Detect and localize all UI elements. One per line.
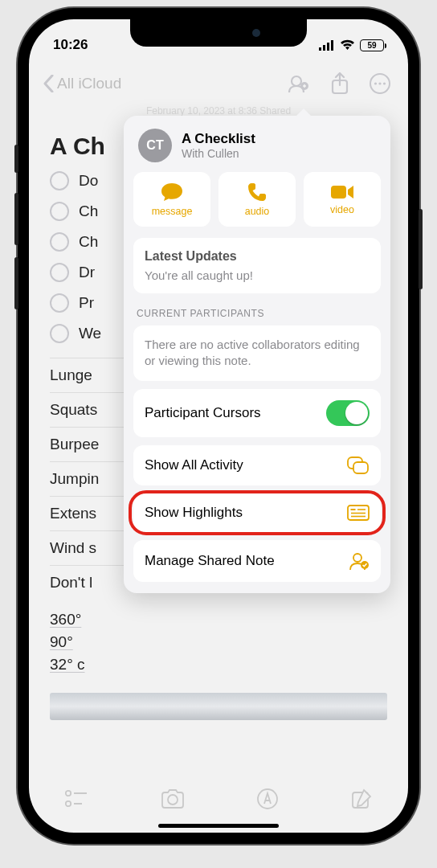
checklist-tool-icon[interactable] [64, 789, 88, 809]
svg-rect-19 [331, 186, 346, 199]
manage-icon [349, 551, 370, 571]
svg-rect-0 [319, 47, 321, 51]
show-highlights-row[interactable]: Show Highlights [133, 493, 381, 532]
participants-label: CURRENT PARTICIPANTS [137, 308, 378, 319]
checkbox-icon[interactable] [50, 324, 69, 343]
svg-point-11 [66, 791, 71, 796]
attachment-thumbnail[interactable] [50, 693, 387, 720]
participant-cursors-row[interactable]: Participant Cursors [133, 389, 381, 437]
svg-point-15 [168, 795, 178, 805]
svg-point-27 [353, 554, 361, 562]
popover-title: A Checklist [182, 131, 255, 147]
checkbox-icon[interactable] [50, 293, 69, 313]
activity-icon [347, 457, 370, 474]
svg-rect-1 [323, 45, 325, 51]
svg-point-8 [374, 82, 377, 84]
highlights-icon [347, 505, 370, 521]
checkbox-icon[interactable] [50, 171, 69, 190]
show-activity-row[interactable]: Show All Activity [133, 445, 381, 485]
svg-rect-21 [353, 462, 368, 473]
home-indicator[interactable] [158, 824, 279, 828]
latest-updates-card[interactable]: Latest Updates You're all caught up! [133, 238, 381, 293]
notch [130, 19, 307, 47]
camera-tool-icon[interactable] [160, 788, 186, 809]
nav-bar: All iCloud [29, 63, 408, 104]
manage-shared-note-row[interactable]: Manage Shared Note [133, 540, 381, 582]
screen: 10:26 59 All iCloud February 10, 2023 at… [29, 19, 408, 833]
svg-point-13 [66, 801, 71, 806]
popover-subtitle: With Cullen [182, 147, 255, 160]
back-label: All iCloud [57, 75, 121, 92]
cellular-icon [319, 40, 335, 51]
video-icon [330, 184, 354, 200]
note-text[interactable]: 32° c [50, 656, 85, 674]
phone-frame: 10:26 59 All iCloud February 10, 2023 at… [18, 8, 419, 844]
checkbox-icon[interactable] [50, 202, 69, 221]
more-icon[interactable] [370, 73, 390, 94]
checkbox-icon[interactable] [50, 232, 69, 252]
wifi-icon [340, 39, 355, 51]
participants-card: There are no active collaborators editin… [133, 326, 381, 381]
message-button[interactable]: message [133, 172, 210, 227]
svg-point-9 [378, 82, 381, 84]
svg-rect-23 [351, 509, 356, 510]
avatar: CT [138, 129, 172, 162]
checkbox-icon[interactable] [50, 263, 69, 282]
svg-point-10 [383, 82, 386, 84]
collaborate-icon[interactable] [288, 74, 310, 93]
svg-rect-3 [331, 40, 333, 51]
markup-tool-icon[interactable] [256, 788, 279, 810]
toggle-on-icon[interactable] [326, 400, 370, 426]
note-text[interactable]: 360° [50, 611, 81, 628]
updates-heading: Latest Updates [145, 249, 370, 264]
video-button[interactable]: video [304, 172, 381, 227]
audio-button[interactable]: audio [218, 172, 296, 227]
phone-icon [247, 182, 267, 202]
svg-point-4 [292, 76, 301, 86]
collaboration-popover: CT A Checklist With Cullen message audio [124, 116, 390, 593]
updates-body: You're all caught up! [145, 268, 370, 282]
battery-icon: 59 [360, 39, 384, 51]
bottom-toolbar [29, 776, 408, 821]
chevron-left-icon [43, 75, 54, 92]
compose-tool-icon[interactable] [350, 788, 373, 810]
message-icon [161, 182, 183, 202]
svg-rect-2 [327, 43, 329, 51]
status-time: 10:26 [53, 37, 88, 53]
note-text[interactable]: 90° [50, 633, 73, 651]
participants-body: There are no active collaborators editin… [145, 337, 370, 370]
share-icon[interactable] [331, 72, 349, 95]
back-button[interactable]: All iCloud [43, 75, 121, 92]
